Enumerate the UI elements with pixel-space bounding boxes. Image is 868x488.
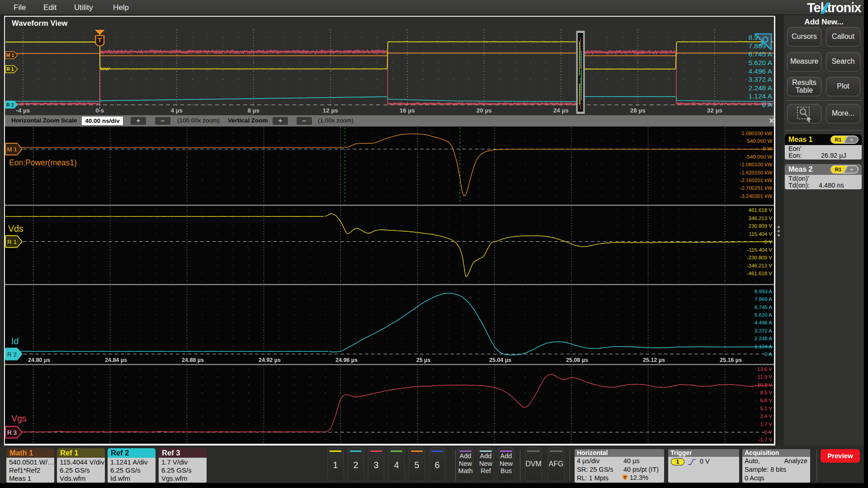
svg-text:R1: R1 [835,137,842,142]
svg-text:0 A: 0 A [762,101,773,108]
svg-text:1.124 A: 1.124 A [748,92,772,100]
svg-text:-3.240301 kW: -3.240301 kW [740,193,772,199]
svg-text:M 1: M 1 [6,52,14,58]
svg-text:0 A: 0 A [764,352,772,357]
svg-text:24.80 µs: 24.80 µs [28,357,50,363]
svg-text:1.7 V: 1.7 V [760,422,772,427]
svg-text:3.372 A: 3.372 A [755,328,772,333]
svg-text:6.8 V: 6.8 V [760,398,772,403]
svg-text:24 µs: 24 µs [553,107,569,114]
svg-text:25.12 µs: 25.12 µs [643,357,665,363]
svg-text:24.96 µs: 24.96 µs [335,357,358,363]
svg-text:3.4 V: 3.4 V [760,413,772,419]
svg-text:4 µs: 4 µs [170,107,183,114]
svg-text:5.620 A: 5.620 A [755,312,772,318]
svg-text:-1.080100 kW: -1.080100 kW [740,162,772,167]
svg-text:230.809 V: 230.809 V [749,223,773,229]
svg-text:8 µs: 8 µs [247,107,259,114]
svg-text:7.869 A: 7.869 A [755,296,772,302]
svg-text:8.993 A: 8.993 A [755,289,772,294]
svg-text:+: + [850,166,854,173]
svg-text:25.16 µs: 25.16 µs [720,357,742,363]
svg-text:Id: Id [11,336,19,346]
svg-text:0 V: 0 V [764,239,773,244]
svg-text:2.248 A: 2.248 A [755,336,772,341]
svg-text:115.404 V: 115.404 V [749,231,772,237]
svg-text:R 1: R 1 [7,239,17,245]
svg-text:-2.700251 kW: -2.700251 kW [740,185,772,191]
svg-text:28 µs: 28 µs [630,107,646,114]
svg-text:1.124 A: 1.124 A [755,344,772,349]
svg-text:R 2: R 2 [7,351,17,358]
svg-text:5.620 A: 5.620 A [748,59,772,66]
svg-text:32 µs: 32 µs [707,107,722,114]
svg-text:-1.620150 kW: -1.620150 kW [740,170,772,175]
svg-text:5.1 V: 5.1 V [760,406,772,411]
svg-text:25.04 µs: 25.04 µs [489,357,511,363]
svg-text:3.372 A: 3.372 A [748,75,772,83]
svg-text:Vgs: Vgs [11,413,27,423]
svg-text:346.213 V: 346.213 V [749,216,773,221]
svg-text:0 s: 0 s [95,107,104,114]
svg-text:-4 µs: -4 µs [16,107,30,114]
svg-text:+: + [850,136,854,143]
svg-text:6.745 A: 6.745 A [748,50,772,58]
svg-text:16 µs: 16 µs [400,107,415,114]
svg-text:R 2: R 2 [6,102,14,108]
svg-text:-115.404 V: -115.404 V [747,247,773,253]
svg-text:T: T [98,36,102,44]
svg-text:24.92 µs: 24.92 µs [259,357,281,363]
svg-text:-1.7 V: -1.7 V [758,437,772,442]
svg-text:11.9 V: 11.9 V [758,374,773,380]
svg-text:R1: R1 [835,167,842,172]
svg-text:461.618 V: 461.618 V [749,207,773,213]
svg-text:24.88 µs: 24.88 µs [182,357,204,363]
svg-text:4.496 A: 4.496 A [748,67,772,75]
svg-text:12 µs: 12 µs [323,107,338,114]
svg-text:6.745 A: 6.745 A [755,305,772,310]
svg-text:-540.050 W: -540.050 W [745,154,773,160]
svg-text:25.08 µs: 25.08 µs [566,357,588,363]
svg-text:-346.213 V: -346.213 V [747,263,773,268]
svg-text:20 µs: 20 µs [476,107,492,114]
svg-text:4.496 A: 4.496 A [755,320,772,325]
svg-text:540.050 W: 540.050 W [747,138,772,144]
svg-text:24.84 µs: 24.84 µs [105,357,127,363]
svg-text:T: T [624,475,627,480]
svg-text:10.2 V: 10.2 V [757,382,773,388]
svg-text:13.6 V: 13.6 V [757,366,773,372]
svg-text:2.248 A: 2.248 A [748,84,772,92]
svg-text:25 µs: 25 µs [416,357,431,363]
svg-text:0 V: 0 V [764,429,773,435]
svg-text:Tektronix: Tektronix [807,1,861,14]
svg-text:-461.618 V: -461.618 V [747,271,773,276]
svg-text:8.5 V: 8.5 V [760,390,772,395]
svg-text:1.080100 kW: 1.080100 kW [741,131,772,136]
svg-text:M 1: M 1 [7,146,17,153]
svg-text:Eon:Power(meas1): Eon:Power(meas1) [9,158,77,167]
svg-text:-230.809 V: -230.809 V [747,255,773,260]
svg-text:Vds: Vds [8,224,24,234]
svg-text:R 3: R 3 [7,429,17,436]
svg-text:0 W: 0 W [763,146,773,151]
svg-text:R 1: R 1 [6,66,14,72]
svg-text:-2.160201 kW: -2.160201 kW [740,178,772,183]
